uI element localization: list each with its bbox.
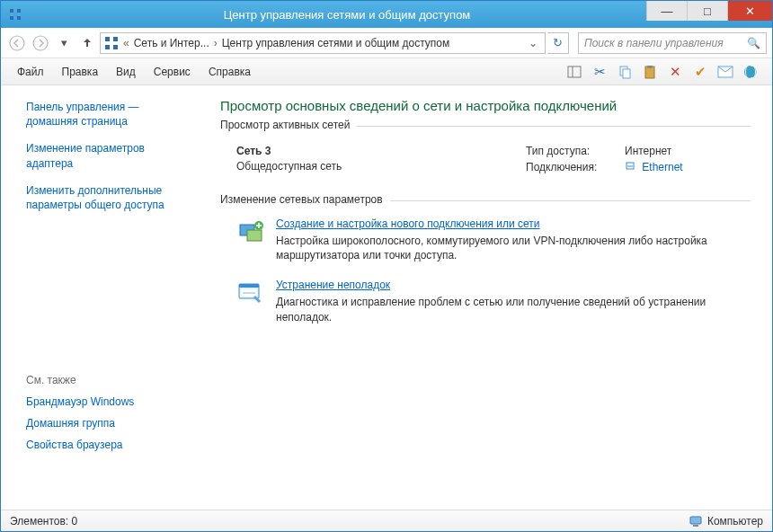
shell-icon[interactable] (742, 63, 760, 81)
status-computer-label: Компьютер (707, 515, 763, 528)
svg-rect-20 (247, 230, 262, 241)
access-type-label: Тип доступа: (526, 145, 625, 157)
toolbar-icons: ✂ ✕ ✔ (565, 63, 765, 81)
minimize-button[interactable]: — (646, 1, 687, 21)
breadcrumb-dropdown[interactable]: ⌄ (525, 37, 541, 49)
page-heading: Просмотр основных сведений о сети и наст… (220, 98, 751, 113)
up-button[interactable] (76, 32, 98, 54)
svg-rect-0 (10, 9, 13, 13)
app-icon (8, 7, 22, 22)
network-settings-group: Изменение сетевых параметров Создание и … (220, 200, 751, 324)
access-type-value: Интернет (625, 145, 671, 157)
content-area: Панель управления — домашняя страница Из… (1, 85, 772, 510)
svg-point-4 (10, 36, 24, 50)
active-networks-group: Просмотр активных сетей Сеть 3 Общедосту… (220, 126, 751, 181)
check-icon[interactable]: ✔ (691, 63, 709, 81)
navbar: ▾ « Сеть и Интер... › Центр управления с… (1, 28, 772, 58)
menu-service[interactable]: Сервис (145, 62, 200, 82)
sidebar-home-link[interactable]: Панель управления — домашняя страница (26, 100, 193, 129)
statusbar: Элементов: 0 Компьютер (1, 510, 772, 531)
recent-dropdown[interactable]: ▾ (53, 32, 75, 54)
search-placeholder: Поиск в панели управления (584, 37, 724, 49)
network-name: Сеть 3 (236, 145, 526, 157)
network-category: Общедоступная сеть (236, 160, 526, 173)
svg-rect-6 (105, 37, 110, 41)
breadcrumb-segment[interactable]: Сеть и Интер... (134, 37, 209, 49)
menu-view[interactable]: Вид (107, 62, 145, 82)
svg-point-5 (33, 36, 48, 50)
svg-rect-7 (113, 37, 118, 41)
status-item-count: Элементов: 0 (10, 515, 77, 528)
connections-label: Подключения: (526, 161, 625, 173)
svg-rect-9 (113, 45, 118, 49)
svg-rect-2 (10, 16, 13, 20)
sidebar: Панель управления — домашняя страница Из… (1, 85, 208, 510)
svg-rect-8 (105, 45, 110, 49)
cut-icon[interactable]: ✂ (591, 63, 609, 81)
task-troubleshoot: Устранение неполадок Диагностика и испра… (236, 279, 751, 324)
svg-rect-1 (17, 9, 21, 13)
task-troubleshoot-link[interactable]: Устранение неполадок (276, 279, 390, 291)
mail-icon[interactable] (716, 63, 734, 81)
seealso-firewall[interactable]: Брандмауэр Windows (26, 395, 193, 408)
task-new-connection: Создание и настройка нового подключения … (236, 217, 751, 262)
copy-icon[interactable] (616, 63, 634, 81)
back-button[interactable] (6, 32, 28, 54)
chevron-right-icon: › (211, 37, 220, 49)
breadcrumb-segment[interactable]: Центр управления сетями и общим доступом (222, 37, 450, 49)
task-new-connection-link[interactable]: Создание и настройка нового подключения … (276, 217, 540, 230)
refresh-button[interactable]: ↻ (547, 32, 569, 54)
svg-rect-3 (17, 16, 21, 20)
sidebar-adapter-link[interactable]: Изменение параметров адаптера (26, 141, 193, 170)
seealso-browser[interactable]: Свойства браузера (26, 439, 193, 451)
menubar: Файл Правка Вид Сервис Справка ✂ ✕ ✔ (1, 58, 772, 85)
search-icon: 🔍 (747, 37, 760, 49)
main-panel: Просмотр основных сведений о сети и наст… (208, 85, 772, 510)
window: Центр управления сетями и общим доступом… (0, 0, 773, 532)
delete-icon[interactable]: ✕ (666, 63, 684, 81)
seealso-homegroup[interactable]: Домашняя группа (26, 417, 193, 430)
maximize-button[interactable]: □ (687, 1, 727, 21)
troubleshoot-icon (236, 279, 265, 307)
computer-icon (689, 514, 703, 528)
menu-edit[interactable]: Правка (53, 62, 108, 82)
close-button[interactable]: ✕ (727, 1, 772, 21)
seealso-header: См. также (26, 374, 193, 386)
breadcrumb[interactable]: « Сеть и Интер... › Центр управления сет… (100, 32, 546, 54)
network-center-icon (104, 36, 119, 50)
menu-help[interactable]: Справка (200, 62, 260, 82)
window-buttons: — □ ✕ (646, 1, 772, 21)
search-input[interactable]: Поиск в панели управления 🔍 (578, 32, 767, 54)
menu-file[interactable]: Файл (8, 62, 53, 82)
forward-button[interactable] (30, 32, 51, 54)
titlebar: Центр управления сетями и общим доступом… (1, 1, 772, 28)
connection-link[interactable]: Ethernet (642, 161, 682, 173)
active-networks-legend: Просмотр активных сетей (220, 119, 357, 131)
svg-rect-23 (239, 284, 259, 288)
new-connection-icon (236, 217, 265, 246)
task-new-connection-desc: Настройка широкополосного, коммутируемог… (276, 234, 751, 262)
sidebar-sharing-link[interactable]: Изменить дополнительные параметры общего… (26, 183, 193, 212)
active-network-row: Сеть 3 Общедоступная сеть Тип доступа: И… (220, 137, 751, 181)
svg-rect-10 (568, 66, 581, 77)
network-settings-legend: Изменение сетевых параметров (220, 193, 390, 206)
chevron-left-icon: « (120, 37, 132, 49)
task-troubleshoot-desc: Диагностика и исправление проблем с сеть… (276, 295, 751, 324)
ethernet-icon (625, 161, 635, 172)
paste-icon[interactable] (641, 63, 659, 81)
svg-rect-15 (647, 66, 653, 68)
svg-rect-13 (623, 69, 630, 78)
svg-rect-26 (693, 525, 698, 527)
svg-rect-25 (690, 517, 701, 524)
layout-icon[interactable] (565, 63, 583, 81)
